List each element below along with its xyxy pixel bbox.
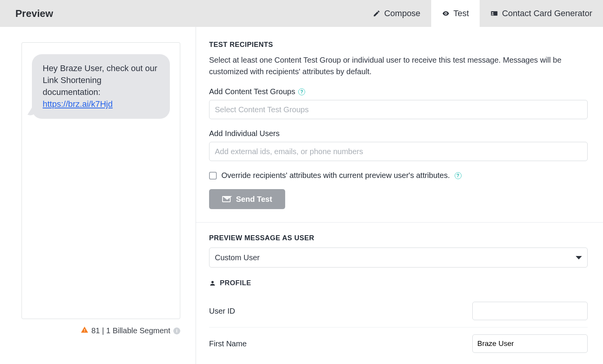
profile-row-first-name: First Name xyxy=(209,327,588,360)
individual-users-input[interactable] xyxy=(209,142,588,161)
preview-user-select[interactable]: Custom User xyxy=(209,248,588,268)
help-icon[interactable]: ? xyxy=(298,88,305,95)
caret-down-icon xyxy=(576,256,582,259)
profile-heading-text: PROFILE xyxy=(220,279,251,287)
content-test-groups-label-text: Add Content Test Groups xyxy=(209,87,295,96)
warning-icon xyxy=(81,326,88,336)
content-test-groups-input[interactable] xyxy=(209,100,588,119)
preview-footer: 81 | 1 Billable Segment i xyxy=(22,326,180,336)
divider xyxy=(196,222,603,223)
first-name-input[interactable] xyxy=(472,334,588,353)
tab-compose[interactable]: Compose xyxy=(362,0,431,27)
footer-count: 81 | 1 Billable Segment xyxy=(91,326,170,335)
sms-text: Hey Braze User, check out our Link Short… xyxy=(43,63,157,97)
pencil-icon xyxy=(373,10,380,17)
content-test-groups-label: Add Content Test Groups ? xyxy=(209,87,588,96)
user-id-label: User ID xyxy=(209,307,472,316)
override-label: Override recipients' attributes with cur… xyxy=(221,171,450,180)
help-icon[interactable]: ? xyxy=(455,172,462,179)
tabs: Compose Test Contact Card Generator xyxy=(362,0,603,27)
info-icon[interactable]: i xyxy=(173,327,180,334)
user-icon xyxy=(209,280,216,287)
main: Hey Braze User, check out our Link Short… xyxy=(0,27,603,364)
send-test-label: Send Test xyxy=(236,195,272,204)
preview-as-user-heading: PREVIEW MESSAGE AS USER xyxy=(209,234,588,242)
sms-bubble: Hey Braze User, check out our Link Short… xyxy=(32,54,170,118)
profile-row-user-id: User ID xyxy=(209,295,588,327)
sms-link[interactable]: https://brz.ai/k7Hjd xyxy=(43,99,113,109)
override-row: Override recipients' attributes with cur… xyxy=(209,171,588,180)
eye-icon xyxy=(442,10,450,17)
topbar: Preview Compose Test Contact Card Genera… xyxy=(0,0,603,27)
page-title: Preview xyxy=(0,8,53,20)
individual-users-label-text: Add Individual Users xyxy=(209,129,279,138)
envelope-icon xyxy=(222,196,231,202)
individual-users-block: Add Individual Users xyxy=(209,129,588,161)
test-recipients-description: Select at least one Content Test Group o… xyxy=(209,54,588,77)
left-panel: Hey Braze User, check out our Link Short… xyxy=(0,27,196,364)
preview-user-select-value: Custom User xyxy=(215,253,260,262)
id-card-icon xyxy=(490,10,498,17)
tab-contact-card[interactable]: Contact Card Generator xyxy=(480,0,603,27)
tab-compose-label: Compose xyxy=(384,8,420,18)
content-test-groups-block: Add Content Test Groups ? xyxy=(209,87,588,119)
individual-users-label: Add Individual Users xyxy=(209,129,588,138)
first-name-label: First Name xyxy=(209,339,472,348)
preview-card: Hey Braze User, check out our Link Short… xyxy=(22,42,180,319)
test-recipients-heading: TEST RECIPIENTS xyxy=(209,41,588,49)
tab-test[interactable]: Test xyxy=(431,0,480,27)
tab-test-label: Test xyxy=(453,8,469,18)
right-panel: TEST RECIPIENTS Select at least one Cont… xyxy=(196,27,603,364)
send-test-button[interactable]: Send Test xyxy=(209,189,285,209)
user-id-input[interactable] xyxy=(472,302,588,320)
profile-heading: PROFILE xyxy=(209,279,588,287)
override-checkbox[interactable] xyxy=(209,172,217,180)
tab-contact-card-label: Contact Card Generator xyxy=(502,8,592,18)
